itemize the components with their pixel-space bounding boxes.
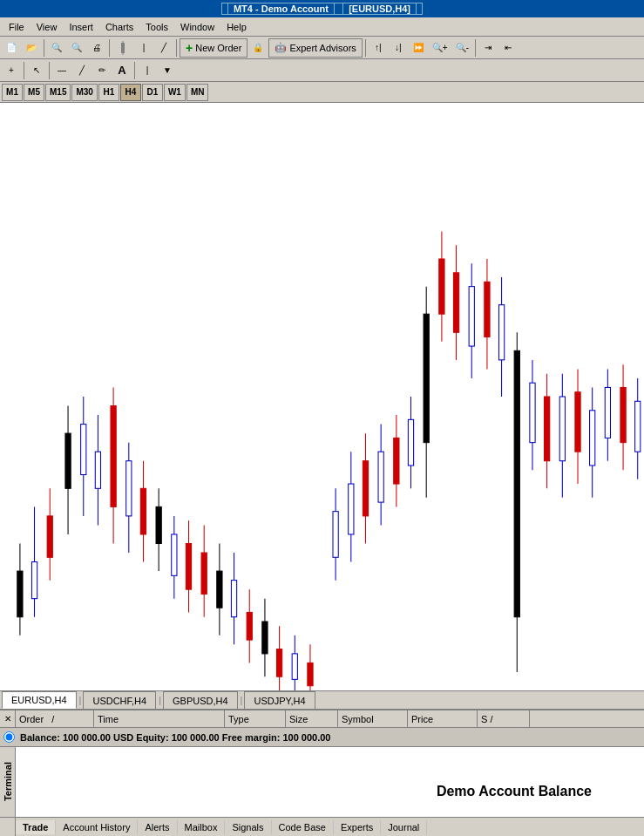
- new-chart-button[interactable]: 📄: [2, 38, 21, 58]
- expert-label: Expert Advisors: [289, 43, 356, 53]
- svg-rect-18: [95, 452, 100, 488]
- term-tab-trade[interactable]: Trade: [16, 820, 56, 834]
- balance-radio[interactable]: [3, 731, 15, 743]
- tf-h4[interactable]: H4: [120, 84, 141, 101]
- svg-rect-82: [590, 411, 595, 466]
- chart-shift-button[interactable]: ⇥: [478, 38, 498, 58]
- svg-rect-54: [378, 452, 383, 502]
- svg-rect-10: [31, 562, 37, 599]
- menu-file[interactable]: File: [3, 20, 30, 34]
- line-chart-button[interactable]: ╱: [154, 38, 173, 58]
- cursor-button[interactable]: ↖: [27, 61, 46, 80]
- open-button[interactable]: 📂: [22, 38, 41, 58]
- svg-rect-62: [439, 259, 444, 314]
- zoom-out-button[interactable]: 🔍: [67, 38, 86, 58]
- menu-insert[interactable]: Insert: [64, 20, 98, 34]
- tf-d1[interactable]: D1: [142, 84, 163, 101]
- forward-button[interactable]: ⏩: [409, 38, 428, 58]
- side-terminal-label: Terminal: [0, 747, 16, 817]
- tf-m5[interactable]: M5: [24, 84, 44, 101]
- svg-rect-86: [620, 387, 626, 442]
- svg-rect-32: [201, 553, 207, 594]
- crosshair-button[interactable]: +: [2, 61, 21, 80]
- sort-desc-button[interactable]: ↓|: [389, 38, 408, 58]
- pen-button[interactable]: ✏: [92, 61, 112, 80]
- text-button[interactable]: A: [112, 61, 132, 80]
- balance-text: Balance: 100 000.00 USD Equity: 100 000.…: [20, 732, 330, 743]
- tf-h1[interactable]: H1: [98, 84, 119, 101]
- hline-button[interactable]: —: [52, 61, 71, 80]
- tf-mn[interactable]: MN: [186, 84, 209, 101]
- col-order: Order /: [16, 710, 94, 727]
- tf-m30[interactable]: M30: [71, 84, 97, 101]
- title-bar: MT4 - Demo Account [EURUSD,H4]: [0, 0, 644, 17]
- expert-advisors-button[interactable]: 🤖 Expert Advisors: [268, 38, 362, 58]
- term-tab-codebase[interactable]: Code Base: [272, 820, 334, 834]
- svg-rect-50: [349, 484, 354, 534]
- svg-rect-14: [65, 433, 71, 488]
- menu-window[interactable]: Window: [175, 20, 220, 34]
- svg-rect-26: [156, 506, 161, 543]
- term-tab-account-history[interactable]: Account History: [56, 820, 138, 834]
- svg-rect-24: [140, 488, 146, 534]
- chart-tab-gbpusd[interactable]: GBPUSD,H4: [163, 691, 238, 709]
- period-sep-button[interactable]: |: [138, 61, 157, 80]
- menu-charts[interactable]: Charts: [100, 20, 139, 34]
- candlestick-button[interactable]: [112, 38, 133, 58]
- tf-m15[interactable]: M15: [45, 84, 71, 101]
- lock-button[interactable]: 🔒: [248, 38, 268, 58]
- svg-rect-12: [47, 516, 52, 557]
- trendline-button[interactable]: ╱: [72, 61, 92, 80]
- toolbar-sep5: [475, 39, 476, 57]
- col-type: Type: [225, 710, 286, 727]
- terminal-close-button[interactable]: ✕: [0, 710, 16, 727]
- candlestick-chart: [0, 103, 644, 690]
- zoom-fit-button[interactable]: 🔍+: [429, 38, 451, 58]
- chart-tabs: EURUSD,H4 | USDCHF,H4 | GBPUSD,H4 | USDJ…: [0, 690, 644, 710]
- chart-tab-label-usdjpy: USDJPY,H4: [254, 696, 305, 706]
- term-tab-mailbox[interactable]: Mailbox: [178, 820, 226, 834]
- svg-rect-48: [333, 512, 338, 558]
- term-tab-alerts[interactable]: Alerts: [138, 820, 177, 834]
- draw-sep3: [134, 62, 135, 79]
- tf-w1[interactable]: W1: [164, 84, 186, 101]
- chart-tab-eurusd[interactable]: EURUSD,H4: [2, 691, 77, 709]
- menu-view[interactable]: View: [31, 20, 63, 34]
- svg-rect-66: [469, 287, 474, 346]
- bar-chart-button[interactable]: |: [134, 38, 153, 58]
- zoom-out2-button[interactable]: 🔍-: [452, 38, 472, 58]
- sort-asc-button[interactable]: ↑|: [369, 38, 388, 58]
- svg-rect-38: [247, 612, 252, 640]
- svg-rect-56: [394, 438, 399, 484]
- svg-rect-42: [276, 649, 281, 677]
- svg-rect-0: [121, 43, 125, 53]
- menu-help[interactable]: Help: [221, 20, 252, 34]
- svg-rect-16: [81, 425, 86, 475]
- col-price: Price: [408, 710, 478, 727]
- robot-icon: 🤖: [275, 42, 287, 53]
- new-order-button[interactable]: + New Order: [180, 38, 247, 58]
- print-button[interactable]: 🖨: [87, 38, 106, 58]
- chart-tab-usdjpy[interactable]: USDJPY,H4: [244, 691, 315, 709]
- col-sl: S /: [478, 710, 530, 727]
- menu-tools[interactable]: Tools: [140, 20, 173, 34]
- zoom-in-button[interactable]: 🔍: [47, 38, 66, 58]
- title-text: MT4 - Demo Account [EURUSD,H4]: [221, 3, 423, 15]
- chart-tab-usdchf[interactable]: USDCHF,H4: [83, 691, 156, 709]
- chart-tab-label-gbpusd: GBPUSD,H4: [173, 696, 228, 706]
- term-tab-signals[interactable]: Signals: [225, 820, 271, 834]
- chart-area[interactable]: Demo Account: [0, 103, 644, 690]
- svg-rect-30: [186, 544, 191, 590]
- svg-rect-68: [485, 282, 490, 336]
- terminal-tabs-spacer: [0, 818, 16, 836]
- draw-sep1: [24, 62, 24, 79]
- svg-rect-78: [559, 397, 565, 461]
- svg-rect-64: [453, 273, 458, 332]
- svg-rect-80: [575, 392, 580, 452]
- term-tab-journal[interactable]: Journal: [381, 820, 427, 834]
- dropdown-button[interactable]: ▼: [158, 61, 177, 80]
- term-tab-experts[interactable]: Experts: [334, 820, 381, 834]
- toolbar-sep2: [109, 39, 110, 57]
- tf-m1[interactable]: M1: [2, 84, 23, 101]
- auto-scroll-button[interactable]: ⇤: [498, 38, 518, 58]
